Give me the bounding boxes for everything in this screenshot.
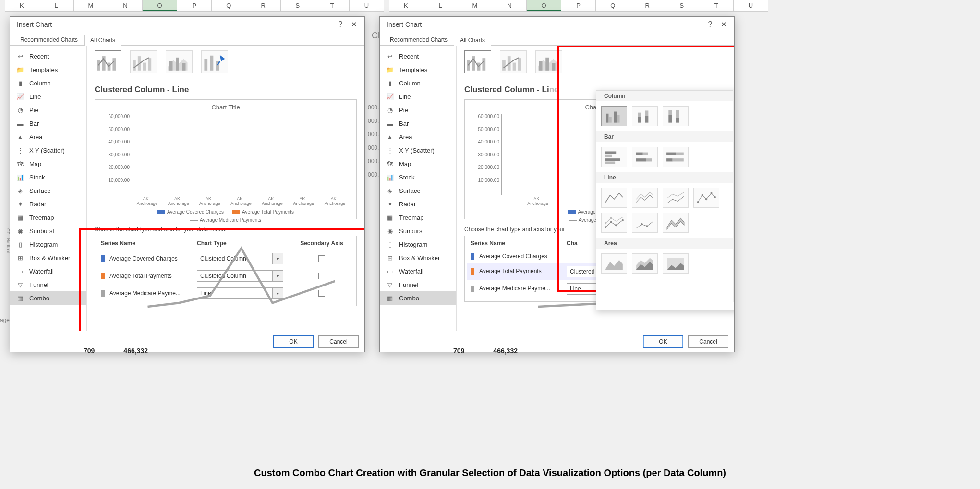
column-header-P[interactable]: P [177, 0, 212, 11]
chevron-down-icon[interactable]: ▾ [272, 271, 283, 281]
column-header-M[interactable]: M [458, 0, 493, 11]
close-button[interactable]: ✕ [347, 20, 361, 29]
nav-sunburst[interactable]: ◉Sunburst [10, 224, 86, 238]
combo-preset-1[interactable] [95, 50, 121, 73]
chart-type-dropdown-1[interactable]: Clustered Column ▾ [197, 253, 283, 264]
picker-stacked-bar[interactable] [632, 147, 658, 167]
nav-pie[interactable]: ◔Pie [10, 103, 86, 117]
picker-3d-line[interactable] [663, 213, 689, 233]
nav-treemap[interactable]: ▦Treemap [380, 211, 456, 224]
combo-preset-3[interactable] [166, 50, 193, 73]
picker-clustered-bar[interactable] [601, 147, 627, 167]
nav-radar[interactable]: ✦Radar [10, 197, 86, 211]
column-header-S[interactable]: S [281, 0, 315, 11]
nav-combo[interactable]: ▦Combo [10, 291, 86, 305]
cancel-button[interactable]: Cancel [688, 335, 728, 348]
ok-button[interactable]: OK [273, 335, 314, 348]
column-header-O[interactable]: O [143, 0, 177, 11]
nav-recent[interactable]: ↩Recent [380, 49, 456, 63]
column-header-N[interactable]: N [108, 0, 143, 11]
chart-type-dropdown-2[interactable]: Clustered Column ▾ [197, 270, 283, 282]
nav-histogram[interactable]: ▯Histogram [380, 238, 456, 251]
tab-all-charts[interactable]: All Charts [454, 35, 491, 46]
picker-100-stacked-line[interactable] [663, 188, 689, 208]
nav-box-whisker[interactable]: ⊞Box & Whisker [10, 251, 86, 264]
column-header-T[interactable]: T [699, 0, 734, 11]
picker-100-area[interactable] [663, 253, 689, 274]
nav-histogram[interactable]: ▯Histogram [10, 238, 86, 251]
nav-radar[interactable]: ✦Radar [380, 197, 456, 211]
nav-map[interactable]: 🗺Map [10, 157, 86, 170]
picker-area[interactable] [601, 253, 627, 274]
combo-preset-1[interactable] [464, 50, 491, 73]
picker-100-stacked-bar[interactable] [663, 147, 689, 167]
secondary-axis-checkbox-3[interactable] [318, 290, 325, 297]
nav-stock[interactable]: 📊Stock [380, 170, 456, 184]
nav-x-y-scatter-[interactable]: ⋮X Y (Scatter) [380, 143, 456, 157]
close-button[interactable]: ✕ [717, 20, 730, 29]
column-header-M[interactable]: M [74, 0, 109, 11]
column-header-R[interactable]: R [246, 0, 281, 11]
column-header-N[interactable]: N [492, 0, 527, 11]
column-header-U[interactable]: U [350, 0, 384, 11]
nav-recent[interactable]: ↩Recent [10, 49, 86, 63]
picker-line-markers[interactable] [693, 188, 719, 208]
column-header-O[interactable]: O [527, 0, 561, 11]
column-header-K[interactable]: K [389, 0, 423, 11]
nav-map[interactable]: 🗺Map [380, 157, 456, 170]
nav-bar[interactable]: ▬Bar [380, 117, 456, 130]
nav-pie[interactable]: ◔Pie [380, 103, 456, 117]
chart-type-dropdown-3[interactable]: Line ▾ [197, 287, 283, 299]
nav-funnel[interactable]: ▽Funnel [380, 278, 456, 291]
column-header-T[interactable]: T [315, 0, 350, 11]
tab-recommended[interactable]: Recommended Charts [14, 34, 84, 45]
nav-line[interactable]: 📈Line [380, 90, 456, 103]
picker-stacked-line-markers[interactable] [601, 213, 627, 233]
column-header-L[interactable]: L [39, 0, 74, 11]
column-header-L[interactable]: L [423, 0, 458, 11]
column-header-R[interactable]: R [630, 0, 665, 11]
nav-treemap[interactable]: ▦Treemap [10, 211, 86, 224]
secondary-axis-checkbox-1[interactable] [318, 255, 325, 262]
combo-preset-2[interactable] [500, 50, 527, 73]
column-header-U[interactable]: U [734, 0, 768, 11]
picker-stacked-line[interactable] [632, 188, 658, 208]
picker-100-line-markers[interactable] [632, 213, 658, 233]
picker-clustered-column[interactable] [601, 106, 627, 126]
help-button[interactable]: ? [703, 20, 717, 29]
picker-scroll[interactable]: Column Bar [596, 90, 734, 310]
nav-templates[interactable]: 📁Templates [380, 63, 456, 76]
nav-bar[interactable]: ▬Bar [10, 117, 86, 130]
column-header-Q[interactable]: Q [212, 0, 246, 11]
tab-all-charts[interactable]: All Charts [84, 35, 121, 46]
picker-scrollbar[interactable]: ▴▾ [733, 90, 734, 302]
nav-sunburst[interactable]: ◉Sunburst [380, 224, 456, 238]
nav-waterfall[interactable]: ▭Waterfall [380, 264, 456, 278]
nav-column[interactable]: ▮Column [380, 76, 456, 90]
combo-preset-2[interactable] [130, 50, 157, 73]
secondary-axis-checkbox-2[interactable] [318, 273, 325, 279]
nav-area[interactable]: ▲Area [380, 130, 456, 143]
picker-stacked-column[interactable] [632, 106, 658, 126]
nav-stock[interactable]: 📊Stock [10, 170, 86, 184]
nav-box-whisker[interactable]: ⊞Box & Whisker [380, 251, 456, 264]
picker-line[interactable] [601, 188, 627, 208]
nav-surface[interactable]: ◈Surface [380, 184, 456, 197]
nav-x-y-scatter-[interactable]: ⋮X Y (Scatter) [10, 143, 86, 157]
chevron-down-icon[interactable]: ▾ [272, 288, 283, 298]
combo-preset-3[interactable] [535, 50, 562, 73]
help-button[interactable]: ? [334, 20, 347, 29]
cancel-button[interactable]: Cancel [318, 335, 359, 348]
nav-area[interactable]: ▲Area [10, 130, 86, 143]
nav-waterfall[interactable]: ▭Waterfall [10, 264, 86, 278]
column-header-K[interactable]: K [5, 0, 39, 11]
nav-line[interactable]: 📈Line [10, 90, 86, 103]
combo-preset-custom[interactable] [201, 50, 228, 73]
tab-recommended[interactable]: Recommended Charts [384, 34, 454, 45]
column-header-Q[interactable]: Q [596, 0, 630, 11]
nav-templates[interactable]: 📁Templates [10, 63, 86, 76]
picker-100-stacked-column[interactable] [663, 106, 689, 126]
nav-surface[interactable]: ◈Surface [10, 184, 86, 197]
column-header-S[interactable]: S [665, 0, 700, 11]
chevron-down-icon[interactable]: ▾ [272, 253, 283, 264]
